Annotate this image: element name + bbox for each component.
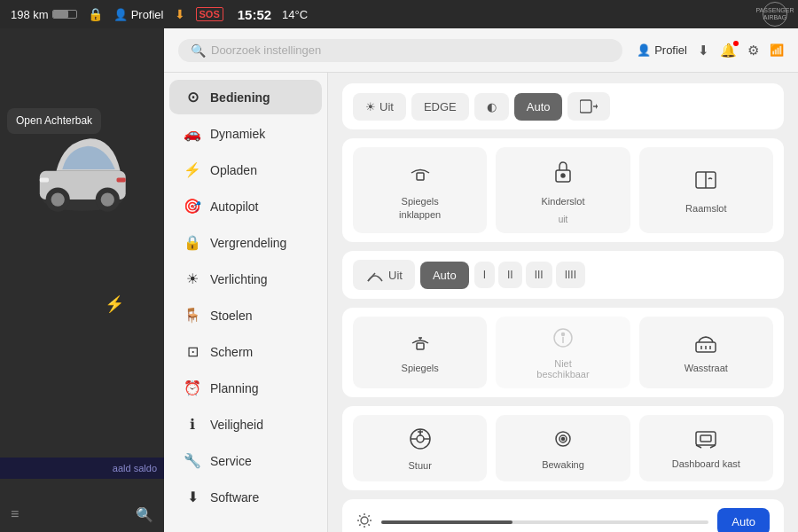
nav-item-autopilot[interactable]: 🎯 Autopilot: [169, 189, 322, 223]
display-auto-button[interactable]: Auto: [514, 93, 563, 121]
svg-line-50: [359, 524, 360, 525]
bediening-icon: ⊙: [184, 89, 201, 106]
niet-beschikbaar-label: Nietbeschikbaar: [536, 358, 589, 379]
dashboard-kast-label: Dashboard kast: [672, 458, 740, 469]
wiper-speed-2[interactable]: II: [498, 262, 522, 288]
nav-item-stoelen[interactable]: 🪑 Stoelen: [169, 298, 322, 332]
svg-point-42: [361, 517, 368, 524]
nav-item-bediening[interactable]: ⊙ Bediening: [169, 80, 322, 114]
svg-line-16: [368, 273, 375, 281]
nav-item-label: Vergrendeling: [210, 236, 286, 250]
svg-point-13: [561, 174, 565, 177]
topbar-notification-icon[interactable]: 🔔: [720, 43, 737, 59]
wiper-auto-button[interactable]: Auto: [420, 262, 469, 289]
bottom-search-icon[interactable]: 🔍: [136, 506, 153, 523]
search-area[interactable]: 🔍 Doorzoek instellingen: [178, 39, 622, 62]
search-placeholder[interactable]: Doorzoek instellingen: [211, 43, 321, 57]
wasstraat-card[interactable]: Wasstraat: [639, 317, 773, 388]
topbar-settings-icon[interactable]: ⚙: [747, 43, 759, 59]
brightness-slider[interactable]: [381, 520, 708, 524]
bewaking-card[interactable]: Bewaking: [496, 415, 630, 481]
nav-item-label: Scherm: [210, 345, 253, 359]
content-area: ⊙ Bediening 🚗 Dynamiek ⚡ Opladen 🎯 Autop…: [164, 73, 798, 532]
nav-item-verlichting[interactable]: ☀ Verlichting: [169, 262, 322, 296]
status-right-area: PASSENGER AIRBAG: [763, 2, 787, 27]
settings-nav: ⊙ Bediening 🚗 Dynamiek ⚡ Opladen 🎯 Autop…: [164, 73, 328, 532]
wiper-controls-row: Uit Auto I II III IIII: [342, 251, 784, 299]
svg-point-37: [561, 438, 564, 441]
charging-lightning-icon: ⚡: [105, 294, 124, 314]
nav-item-label: Planning: [210, 381, 259, 395]
stoelen-icon: 🪑: [184, 307, 201, 324]
topbar-download-icon[interactable]: ⬇: [698, 43, 709, 59]
svg-rect-17: [417, 343, 424, 349]
spiegels-inklappen-button[interactable]: Spiegelsinklappen: [353, 147, 487, 233]
bottom-nav-icons[interactable]: ≡ 🔍: [0, 506, 164, 523]
spiegels-card[interactable]: Spiegels: [353, 317, 487, 388]
niet-beschikbaar-card[interactable]: Nietbeschikbaar: [496, 317, 630, 388]
nav-item-veiligheid[interactable]: ℹ Veiligheid: [169, 407, 322, 442]
nav-item-label: Bediening: [210, 90, 270, 105]
autopilot-icon: 🎯: [184, 198, 201, 215]
status-profile[interactable]: 👤 Profiel: [113, 8, 164, 21]
control-icons-row-2: Stuur Bewaking: [342, 406, 784, 490]
dynamiek-icon: 🚗: [184, 125, 201, 142]
nav-item-label: Veiligheid: [210, 418, 263, 432]
search-icon: 🔍: [191, 43, 206, 58]
stuur-card[interactable]: Stuur: [353, 415, 487, 481]
kinderslot-status: uit: [559, 215, 568, 224]
veiligheid-icon: ℹ: [184, 416, 201, 433]
brightness-row: Auto: [342, 499, 784, 532]
nav-item-software[interactable]: ⬇ Software: [169, 480, 322, 514]
raamslot-label: Raamslot: [685, 202, 726, 215]
wiper-speed-4[interactable]: IIII: [556, 262, 585, 288]
bediening-settings: ☀ Uit EDGE ◐ Auto: [328, 73, 798, 532]
svg-line-47: [359, 515, 360, 516]
bottom-menu-icon[interactable]: ≡: [11, 506, 19, 523]
bewaking-label: Bewaking: [542, 459, 584, 470]
service-icon: 🔧: [184, 452, 201, 469]
display-last-button[interactable]: [567, 92, 610, 121]
main-settings-panel: 🔍 Doorzoek instellingen 👤 Profiel ⬇ 🔔 ⚙ …: [164, 28, 798, 532]
scherm-icon: ⊡: [184, 343, 201, 360]
svg-rect-38: [696, 432, 716, 445]
software-icon: ⬇: [184, 489, 201, 505]
svg-point-3: [51, 192, 64, 206]
nav-item-scherm[interactable]: ⊡ Scherm: [169, 334, 322, 369]
svg-marker-10: [596, 104, 598, 109]
display-d-button[interactable]: ◐: [474, 93, 509, 121]
svg-point-5: [100, 192, 113, 206]
brightness-fill: [381, 520, 512, 524]
svg-rect-11: [417, 173, 424, 180]
dashboard-kast-card[interactable]: Dashboard kast: [639, 415, 773, 481]
brightness-auto-button[interactable]: Auto: [717, 508, 770, 532]
svg-point-28: [417, 435, 424, 442]
lock-icon: 🔒: [88, 7, 103, 21]
notification-dot: [733, 41, 739, 46]
opladen-icon: ⚡: [184, 161, 201, 178]
nav-item-dynamiek[interactable]: 🚗 Dynamiek: [169, 116, 322, 151]
person-icon: 👤: [637, 43, 651, 57]
control-icons-row-1: Spiegels Nietbeschikbaar: [342, 308, 784, 397]
wiper-uit-button[interactable]: Uit: [353, 260, 415, 290]
sos-badge[interactable]: SOS: [196, 7, 223, 21]
stuur-label: Stuur: [409, 460, 432, 471]
kinderslot-button[interactable]: Kinderslot uit: [496, 147, 630, 233]
clock-display: 15:52: [238, 7, 271, 22]
nav-item-vergrendeling[interactable]: 🔒 Vergrendeling: [169, 225, 322, 260]
display-edge-button[interactable]: EDGE: [411, 93, 469, 121]
person-icon: 👤: [113, 8, 128, 21]
topbar-profile-button[interactable]: 👤 Profiel: [637, 43, 687, 57]
wiper-speed-1[interactable]: I: [474, 262, 495, 288]
wiper-speed-3[interactable]: III: [526, 262, 552, 288]
nav-item-planning[interactable]: ⏰ Planning: [169, 371, 322, 405]
nav-item-opladen[interactable]: ⚡ Opladen: [169, 153, 322, 187]
verlichting-icon: ☀: [184, 270, 201, 287]
spiegels-label: Spiegelsinklappen: [399, 195, 441, 221]
sun-icon: ☀: [365, 100, 376, 113]
vergrendeling-icon: 🔒: [184, 234, 201, 251]
raamslot-button[interactable]: Raamslot: [639, 147, 773, 233]
nav-item-label: Stoelen: [210, 309, 252, 323]
nav-item-service[interactable]: 🔧 Service: [169, 443, 322, 478]
display-uit-button[interactable]: ☀ Uit: [353, 93, 406, 121]
